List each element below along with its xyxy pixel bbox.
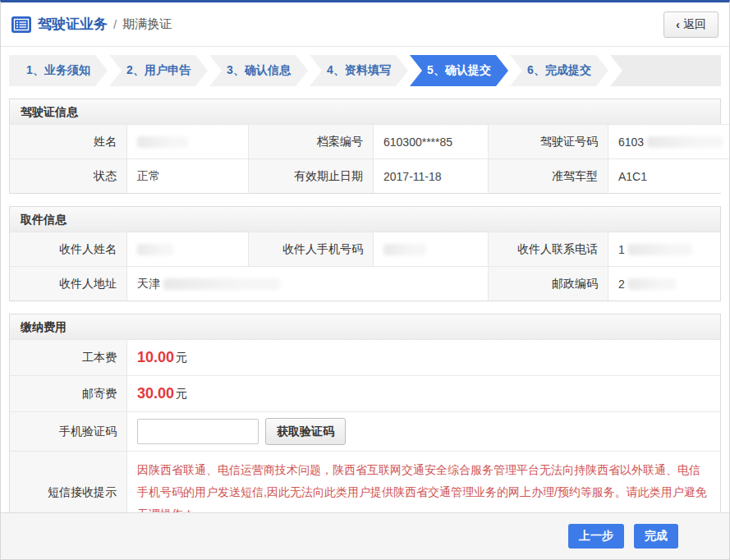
status-value: 正常	[126, 158, 248, 193]
mailing-fee-label: 邮寄费	[10, 375, 126, 411]
chevron-left-icon: ‹	[676, 18, 680, 31]
step-1-business-notice[interactable]: 1、业务须知	[9, 55, 108, 86]
sms-code-input[interactable]	[137, 419, 259, 444]
header: 驾驶证业务 / 期满换证 ‹ 返回	[1, 2, 729, 47]
postcode-value: 2	[608, 266, 720, 301]
recipient-address-value: 天津	[126, 266, 488, 301]
sms-code-row: 获取验证码	[126, 411, 720, 451]
license-number-value: 6103 〈	[608, 124, 730, 158]
status-label: 状态	[10, 158, 126, 193]
step-2-user-declaration[interactable]: 2、用户申告	[109, 55, 208, 86]
pickup-info-section: 取件信息 收件人姓名 收件人手机号码 收件人联系电话 1 收件人地址 天津 邮政…	[9, 206, 721, 301]
recipient-name-value	[126, 232, 248, 266]
fees-section-title: 缴纳费用	[10, 314, 720, 339]
previous-step-button[interactable]: 上一步	[568, 524, 624, 549]
sms-code-label: 手机验证码	[10, 411, 126, 451]
back-button-label: 返回	[683, 17, 706, 32]
page: 驾驶证业务 / 期满换证 ‹ 返回 1、业务须知 2、用户申告 3、确认信息 4…	[0, 0, 730, 560]
step-4-fill-materials[interactable]: 4、资料填写	[310, 55, 408, 86]
license-info-section: 驾驶证信息 姓名 档案编号 610300****85 驾驶证号码 6103 〈 …	[9, 99, 721, 194]
step-bar-filler	[610, 55, 721, 86]
step-6-finish-submit[interactable]: 6、完成提交	[510, 55, 608, 86]
file-number-label: 档案编号	[248, 124, 373, 158]
finish-button[interactable]: 完成	[634, 524, 678, 549]
license-section-title: 驾驶证信息	[10, 99, 720, 124]
breadcrumb-divider: /	[113, 17, 117, 31]
breadcrumb-current: 期满换证	[122, 16, 172, 32]
mailing-fee-value: 30.00 元	[126, 375, 720, 411]
pickup-section-title: 取件信息	[10, 207, 720, 232]
page-title: 驾驶证业务	[38, 15, 108, 34]
footer-bar: 上一步 完成	[1, 512, 729, 559]
postcode-label: 邮政编码	[488, 266, 608, 301]
recipient-address-label: 收件人地址	[10, 266, 126, 301]
expiry-value: 2017-11-18	[373, 158, 488, 193]
recipient-mobile-label: 收件人手机号码	[248, 232, 373, 266]
recipient-mobile-value	[373, 232, 488, 266]
step-5-confirm-submit[interactable]: 5、确认提交	[410, 55, 508, 86]
name-label: 姓名	[10, 124, 126, 158]
license-number-label: 驾驶证号码	[488, 124, 608, 158]
recipient-phone-label: 收件人联系电话	[488, 232, 608, 266]
vehicle-class-label: 准驾车型	[488, 158, 608, 193]
expiry-label: 有效期止日期	[248, 158, 373, 193]
recipient-name-label: 收件人姓名	[10, 232, 126, 266]
back-button[interactable]: ‹ 返回	[663, 11, 719, 38]
production-fee-value: 10.00 元	[126, 339, 720, 375]
step-wizard: 1、业务须知 2、用户申告 3、确认信息 4、资料填写 5、确认提交 6、完成提…	[9, 55, 721, 86]
license-list-icon	[11, 16, 31, 33]
fees-section: 缴纳费用 工本费 10.00 元 邮寄费 30.00 元 手机验证码 获取验证码…	[9, 314, 721, 534]
file-number-value: 610300****85	[373, 124, 488, 158]
get-sms-code-button[interactable]: 获取验证码	[265, 418, 346, 445]
recipient-phone-value: 1	[608, 232, 720, 266]
name-value	[126, 124, 248, 158]
step-3-confirm-info[interactable]: 3、确认信息	[209, 55, 308, 86]
vehicle-class-value: A1C1	[608, 158, 730, 193]
production-fee-label: 工本费	[10, 339, 126, 375]
